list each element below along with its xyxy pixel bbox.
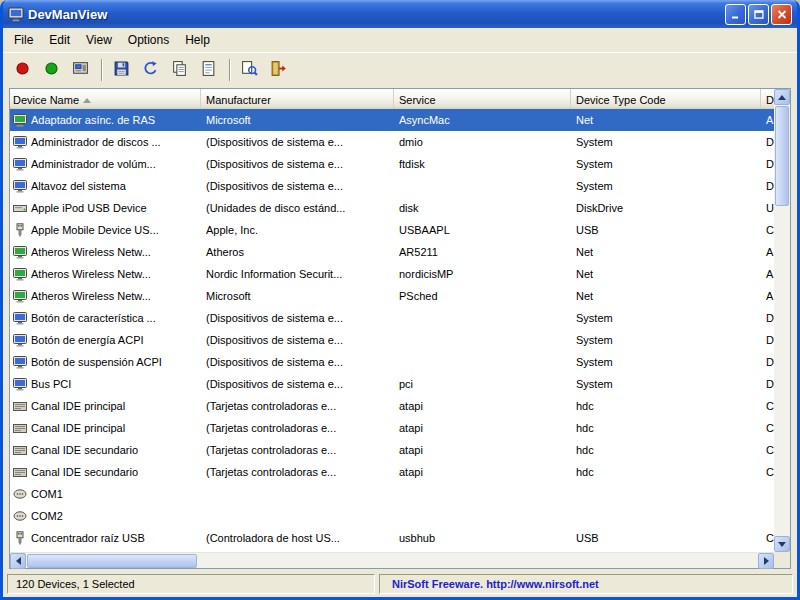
column-header-device-type-code[interactable]: Device Type Code — [571, 89, 761, 108]
close-button[interactable] — [771, 4, 792, 25]
disable-device-button[interactable] — [9, 56, 36, 83]
menu-help[interactable]: Help — [177, 30, 218, 50]
sort-ascending-icon — [83, 98, 91, 103]
device-type: C — [761, 422, 774, 434]
scroll-up-button[interactable] — [774, 89, 790, 105]
manufacturer: (Tarjetas controladoras e... — [201, 422, 394, 434]
menu-view[interactable]: View — [78, 30, 120, 50]
table-row[interactable]: Atheros Wireless Netw...Nordic Informati… — [10, 263, 774, 285]
copy-button[interactable] — [166, 56, 193, 83]
exit-button[interactable] — [265, 56, 292, 83]
menu-options[interactable]: Options — [120, 30, 177, 50]
properties-button[interactable] — [195, 56, 222, 83]
vertical-scroll-thumb[interactable] — [775, 106, 789, 206]
save-button[interactable] — [108, 56, 135, 83]
enable-device-button[interactable] — [38, 56, 65, 83]
horizontal-scroll-thumb[interactable] — [27, 554, 197, 568]
device-type: C — [761, 400, 774, 412]
device-type-code: DiskDrive — [571, 202, 761, 214]
manufacturer: (Dispositivos de sistema e... — [201, 158, 394, 170]
table-row[interactable]: Atheros Wireless Netw...AtherosAR5211Net… — [10, 241, 774, 263]
system-device-icon — [13, 157, 27, 171]
vertical-scrollbar[interactable] — [774, 89, 790, 568]
com-port-icon — [13, 487, 27, 501]
status-nirsoft-link[interactable]: NirSoft Freeware. http://www.nirsoft.net — [379, 574, 793, 594]
device-name: Atheros Wireless Netw... — [31, 290, 151, 302]
device-name: Canal IDE secundario — [31, 444, 138, 456]
usb-device-icon — [13, 223, 27, 237]
minimize-button[interactable] — [725, 4, 746, 25]
red-dot-icon — [14, 60, 31, 80]
horizontal-scrollbar[interactable] — [10, 552, 774, 568]
device-name: Botón de energía ACPI — [31, 334, 144, 346]
manufacturer: Microsoft — [201, 290, 394, 302]
column-header-service[interactable]: Service — [394, 89, 571, 108]
system-device-icon — [13, 179, 27, 193]
device-type: Di — [761, 356, 774, 368]
horizontal-scroll-track[interactable] — [26, 553, 758, 568]
menu-file[interactable]: File — [6, 30, 41, 50]
status-device-count: 120 Devices, 1 Selected — [7, 574, 375, 594]
device-name: Atheros Wireless Netw... — [31, 268, 151, 280]
green-dot-icon — [43, 60, 60, 80]
table-row[interactable]: COM2 — [10, 505, 774, 527]
device-type-code: Net — [571, 268, 761, 280]
title-bar[interactable]: DevManView — [3, 0, 797, 28]
scroll-right-button[interactable] — [758, 553, 774, 569]
manufacturer: (Controladora de host US... — [201, 532, 394, 544]
table-row[interactable]: Adaptador asínc. de RASMicrosoftAsyncMac… — [10, 109, 774, 131]
device-manager-button[interactable] — [67, 56, 94, 83]
column-header-manufacturer[interactable]: Manufacturer — [201, 89, 394, 108]
table-row[interactable]: COM1 — [10, 483, 774, 505]
scroll-left-button[interactable] — [10, 553, 26, 569]
table-row[interactable]: Botón de característica ...(Dispositivos… — [10, 307, 774, 329]
device-type-code: Net — [571, 114, 761, 126]
table-row[interactable]: Canal IDE principal(Tarjetas controlador… — [10, 417, 774, 439]
device-name: Canal IDE principal — [31, 400, 125, 412]
device-type: Di — [761, 136, 774, 148]
table-row[interactable]: Canal IDE principal(Tarjetas controlador… — [10, 395, 774, 417]
maximize-button[interactable] — [748, 4, 769, 25]
manufacturer: Nordic Information Securit... — [201, 268, 394, 280]
device-name: COM2 — [31, 510, 63, 522]
table-row[interactable]: Administrador de discos ...(Dispositivos… — [10, 131, 774, 153]
table-row[interactable]: Apple Mobile Device US...Apple, Inc.USBA… — [10, 219, 774, 241]
device-type-code: System — [571, 180, 761, 192]
table-row[interactable]: Administrador de volúm...(Dispositivos d… — [10, 153, 774, 175]
table-row[interactable]: Altavoz del sistema(Dispositivos de sist… — [10, 175, 774, 197]
device-type-code: hdc — [571, 422, 761, 434]
ide-controller-icon — [13, 399, 27, 413]
table-row[interactable]: Canal IDE secundario(Tarjetas controlado… — [10, 439, 774, 461]
manufacturer: Apple, Inc. — [201, 224, 394, 236]
device-type-code: System — [571, 158, 761, 170]
device-type-code: USB — [571, 532, 761, 544]
refresh-button[interactable] — [137, 56, 164, 83]
table-row[interactable]: Canal IDE secundario(Tarjetas controlado… — [10, 461, 774, 483]
service: disk — [394, 202, 571, 214]
device-list: Adaptador asínc. de RASMicrosoftAsyncMac… — [10, 109, 774, 552]
table-row[interactable]: Botón de suspensión ACPI(Dispositivos de… — [10, 351, 774, 373]
service: USBAAPL — [394, 224, 571, 236]
device-type: C — [761, 224, 774, 236]
table-row[interactable]: Apple iPod USB Device(Unidades de disco … — [10, 197, 774, 219]
table-row[interactable]: Bus PCI(Dispositivos de sistema e...pciS… — [10, 373, 774, 395]
table-row[interactable]: Botón de energía ACPI(Dispositivos de si… — [10, 329, 774, 351]
manufacturer: Atheros — [201, 246, 394, 258]
device-manager-icon — [72, 60, 89, 80]
manufacturer: (Dispositivos de sistema e... — [201, 136, 394, 148]
column-header-device-name[interactable]: Device Name — [10, 89, 201, 108]
scroll-down-button[interactable] — [774, 536, 790, 552]
table-row[interactable]: Concentrador raíz USB(Controladora de ho… — [10, 527, 774, 549]
column-header-device-type[interactable]: D — [761, 89, 774, 108]
device-name: Concentrador raíz USB — [31, 532, 145, 544]
device-type-code: USB — [571, 224, 761, 236]
manufacturer: (Tarjetas controladoras e... — [201, 400, 394, 412]
window-title: DevManView — [28, 7, 107, 22]
table-row[interactable]: Atheros Wireless Netw...MicrosoftPSchedN… — [10, 285, 774, 307]
find-button[interactable] — [236, 56, 263, 83]
manufacturer: (Dispositivos de sistema e... — [201, 378, 394, 390]
service: usbhub — [394, 532, 571, 544]
device-type-code: hdc — [571, 466, 761, 478]
menu-edit[interactable]: Edit — [41, 30, 78, 50]
vertical-scroll-track[interactable] — [774, 105, 790, 536]
